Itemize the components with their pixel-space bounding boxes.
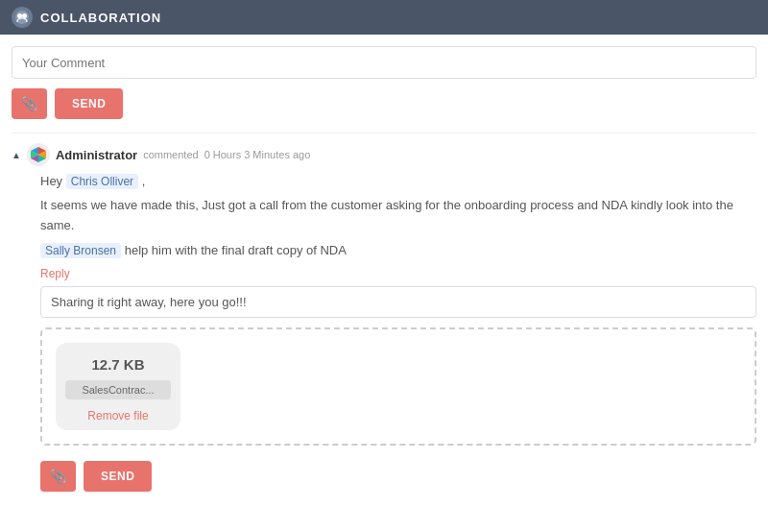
comment-line3: Sally Bronsen help him with the final dr… — [40, 241, 756, 261]
comment-hey: Hey — [40, 174, 66, 188]
comment-line3-text: help him with the final draft copy of ND… — [125, 243, 347, 257]
comment-body: Hey Chris Olliver , It seems we have mad… — [40, 172, 756, 492]
bottom-toolbar: 📎 SEND — [40, 457, 756, 492]
top-send-button[interactable]: SEND — [55, 88, 123, 119]
top-attach-button[interactable]: 📎 — [12, 88, 47, 119]
collapse-arrow[interactable]: ▲ — [12, 150, 21, 160]
comment-line1: Hey Chris Olliver , — [40, 172, 756, 192]
file-card: 12.7 KB SalesContrac... Remove file — [56, 343, 180, 430]
comment-input-row — [12, 46, 756, 79]
file-size: 12.7 KB — [91, 356, 144, 373]
comment-action: commented — [143, 149, 198, 160]
comment-input[interactable] — [12, 46, 756, 79]
bottom-send-button[interactable]: SEND — [84, 461, 152, 492]
app-header: COLLABORATION — [0, 0, 768, 35]
file-name: SalesContrac... — [65, 380, 171, 399]
file-area: 12.7 KB SalesContrac... Remove file — [40, 327, 756, 446]
header-title: COLLABORATION — [40, 11, 161, 25]
reply-link[interactable]: Reply — [40, 267, 70, 280]
comment-block: ▲ Administrator commented 0 Hours 3 Minu… — [12, 133, 756, 492]
reply-text: Sharing it right away, here you go!!! — [51, 295, 247, 309]
remove-file-button[interactable]: Remove file — [87, 409, 148, 423]
main-content: 📎 SEND ▲ Administrator commented 0 Hours… — [0, 35, 768, 532]
comment-comma: , — [142, 174, 146, 188]
paperclip-icon-bottom: 📎 — [50, 469, 66, 484]
collaboration-icon — [12, 7, 33, 28]
avatar — [27, 143, 50, 166]
svg-point-1 — [17, 13, 22, 18]
top-toolbar: 📎 SEND — [12, 88, 756, 119]
comment-header: ▲ Administrator commented 0 Hours 3 Minu… — [12, 143, 756, 166]
comment-line2: It seems we have made this, Just got a c… — [40, 196, 756, 236]
comment-time: 0 Hours 3 Minutes ago — [204, 149, 311, 160]
paperclip-icon: 📎 — [21, 96, 37, 111]
mention-sally: Sally Bronsen — [40, 243, 121, 258]
reply-box: Sharing it right away, here you go!!! — [40, 286, 756, 318]
svg-point-2 — [22, 13, 27, 18]
bottom-attach-button[interactable]: 📎 — [40, 461, 76, 492]
mention-chris: Chris Olliver — [66, 174, 138, 189]
commenter-name: Administrator — [56, 148, 137, 162]
